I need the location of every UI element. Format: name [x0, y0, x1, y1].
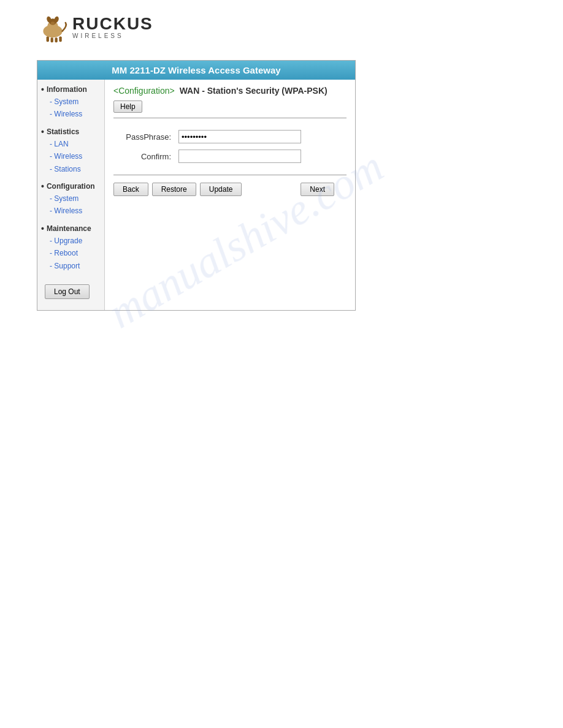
bullet-configuration: • — [41, 181, 44, 191]
bullet-statistics: • — [41, 127, 44, 137]
logout-button[interactable]: Log Out — [45, 284, 90, 299]
logo-ruckus-text: RUCKUS — [72, 15, 153, 32]
confirm-row: Confirm: — [113, 146, 347, 166]
passphrase-input[interactable] — [178, 130, 301, 143]
logo-text: RUCKUS WIRELESS — [72, 15, 153, 39]
sidebar-section-information-title: • Information — [41, 85, 101, 94]
confirm-input[interactable] — [178, 150, 301, 163]
sidebar-item-info-wireless[interactable]: - Wireless — [41, 108, 101, 120]
main-panel: <Configuration> WAN - Station's Security… — [105, 80, 355, 310]
svg-rect-8 — [55, 37, 57, 42]
sidebar-item-info-system[interactable]: - System — [41, 96, 101, 108]
sidebar-information-label: Information — [47, 85, 87, 94]
next-button[interactable]: Next — [301, 183, 334, 196]
sidebar-section-maintenance: • Maintenance - Upgrade - Reboot - Suppo… — [41, 224, 101, 272]
passphrase-row: PassPhrase: — [113, 127, 347, 146]
header-title: MM 2211-DZ Wireless Access Gateway — [112, 65, 280, 75]
svg-point-5 — [51, 21, 55, 25]
passphrase-input-cell — [175, 127, 347, 146]
sidebar-item-maint-support[interactable]: - Support — [41, 260, 101, 272]
confirm-label: Confirm: — [113, 146, 175, 166]
main-box: MM 2211-DZ Wireless Access Gateway • Inf… — [37, 60, 356, 311]
page-title-area: <Configuration> WAN - Station's Security… — [113, 86, 347, 113]
sidebar: • Information - System - Wireless • Stat… — [37, 80, 105, 310]
title-divider — [113, 118, 347, 118]
bullet-maintenance: • — [41, 224, 44, 233]
form-divider — [113, 175, 347, 175]
security-form: PassPhrase: Confirm: — [113, 127, 347, 166]
header-bar: MM 2211-DZ Wireless Access Gateway — [37, 61, 355, 80]
logo-area: RUCKUS WIRELESS — [0, 0, 563, 49]
logo-wireless-sub: WIRELESS — [72, 33, 153, 39]
sidebar-section-maintenance-title: • Maintenance — [41, 224, 101, 233]
svg-rect-6 — [47, 37, 49, 42]
sidebar-item-maint-upgrade[interactable]: - Upgrade — [41, 235, 101, 247]
config-breadcrumb-link[interactable]: <Configuration> — [113, 86, 175, 96]
logout-area: Log Out — [41, 278, 101, 305]
sidebar-section-statistics-title: • Statistics — [41, 127, 101, 137]
page-title-text: WAN - Station's Security (WPA-PSK) — [180, 86, 327, 96]
passphrase-label: PassPhrase: — [113, 127, 175, 146]
svg-rect-9 — [59, 37, 61, 42]
sidebar-item-maint-reboot[interactable]: - Reboot — [41, 247, 101, 259]
action-buttons: Back Restore Update Next — [113, 183, 347, 196]
help-button[interactable]: Help — [113, 100, 142, 113]
update-button[interactable]: Update — [200, 183, 242, 196]
svg-rect-7 — [51, 37, 53, 42]
restore-button[interactable]: Restore — [152, 183, 196, 196]
sidebar-section-statistics: • Statistics - LAN - Wireless - Stations — [41, 127, 101, 175]
sidebar-item-stats-wireless[interactable]: - Wireless — [41, 150, 101, 162]
sidebar-section-configuration-title: • Configuration — [41, 181, 101, 191]
sidebar-maintenance-label: Maintenance — [47, 224, 91, 233]
sidebar-configuration-label: Configuration — [47, 182, 95, 191]
bullet-information: • — [41, 85, 44, 94]
back-button[interactable]: Back — [113, 183, 148, 196]
confirm-input-cell — [175, 146, 347, 166]
sidebar-item-config-system[interactable]: - System — [41, 192, 101, 205]
sidebar-item-stats-lan[interactable]: - LAN — [41, 138, 101, 150]
sidebar-statistics-label: Statistics — [47, 127, 79, 136]
sidebar-item-config-wireless[interactable]: - Wireless — [41, 205, 101, 217]
sidebar-section-information: • Information - System - Wireless — [41, 85, 101, 121]
content-area: • Information - System - Wireless • Stat… — [37, 80, 355, 310]
ruckus-logo-icon — [37, 11, 69, 43]
sidebar-section-configuration: • Configuration - System - Wireless — [41, 181, 101, 218]
sidebar-item-stats-stations[interactable]: - Stations — [41, 163, 101, 175]
